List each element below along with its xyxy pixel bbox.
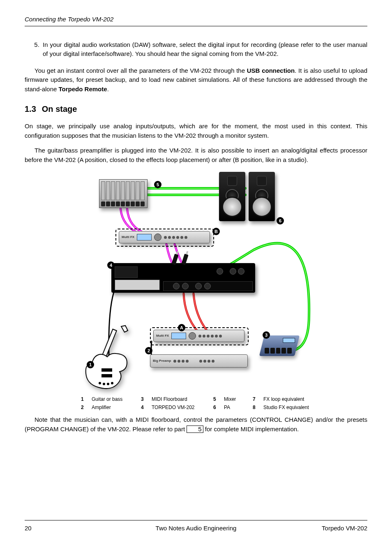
legend-key: 2 [81, 404, 88, 411]
torpedo-vm202 [111, 263, 255, 293]
section-heading: 1.3On stage [25, 103, 367, 115]
svg-rect-1 [101, 368, 112, 372]
footer-center: Two Notes Audio Engineering [25, 524, 367, 533]
legend-key: 3 [141, 395, 148, 403]
marker-2: 2 [145, 347, 152, 354]
svg-rect-2 [101, 374, 112, 377]
step-list: In your digital audio workstation (DAW) … [25, 40, 367, 59]
legend-val: FX loop equivalent [263, 395, 325, 403]
legend-key: 4 [141, 404, 148, 411]
multi-fx-b: Multi FX [119, 231, 210, 243]
svg-point-3 [99, 382, 101, 384]
paragraph-stage-2: The guitar/bass preamplifier is plugged … [25, 146, 367, 164]
multi-fx-a: Multi FX [153, 330, 244, 342]
diagram-legend: 1 Guitar or bass 3 MIDI Floorboard 5 Mix… [81, 395, 311, 411]
step-5: In your digital audio workstation (DAW) … [41, 40, 367, 59]
guitar-icon [83, 325, 137, 391]
pa-speaker-left [219, 172, 245, 221]
marker-6: 6 [277, 217, 284, 224]
rack-label: Big Preamp [153, 358, 171, 363]
section-number: 1.3 [25, 104, 36, 113]
rack-label: Multi FX [122, 235, 134, 240]
section-title: On stage [42, 104, 77, 113]
footer-rule [25, 520, 367, 520]
marker-b: B [212, 228, 220, 235]
legend-val: Guitar or bass [92, 395, 137, 403]
pa-speaker-right [249, 172, 275, 221]
legend-key: 1 [81, 395, 88, 403]
running-header: Connecting the Torpedo VM-202 [25, 15, 367, 26]
cross-ref[interactable]: 5 [187, 426, 203, 433]
marker-1: 1 [87, 361, 94, 368]
marker-4: 4 [107, 261, 115, 269]
mixer [99, 179, 148, 208]
bold-remote: Torpedo Remote [59, 86, 107, 92]
paragraph-usb: You get an instant control over all the … [25, 66, 367, 94]
marker-a: A [178, 324, 185, 331]
text: for complete MIDI implementation. [203, 426, 299, 432]
rack-label: Multi FX [156, 333, 169, 338]
legend-key: 7 [253, 395, 259, 403]
preamp: Big Preamp [150, 354, 248, 368]
connection-diagram: Multi FX Multi FX [81, 172, 311, 411]
paragraph-midi-note: Note that the musician can, with a MIDI … [25, 415, 367, 434]
text: . [107, 86, 109, 92]
legend-key: 8 [253, 404, 259, 411]
marker-5: 5 [154, 181, 161, 188]
text: You get an instant control over all the … [35, 67, 247, 74]
svg-point-6 [111, 382, 113, 384]
page-footer: 20 Two Notes Audio Engineering Torpedo V… [25, 524, 367, 533]
svg-point-5 [107, 383, 109, 385]
legend-val: Amplifier [92, 404, 137, 411]
svg-point-4 [103, 383, 105, 385]
bold-usb: USB connection [247, 67, 295, 74]
legend-val: Studio FX equivalent [263, 404, 325, 411]
marker-3: 3 [263, 331, 270, 339]
legend-key: 6 [213, 404, 220, 411]
legend-val: MIDI Floorboard [152, 395, 209, 403]
legend-val: PA [224, 404, 249, 411]
legend-val: TORPEDO VM-202 [152, 404, 209, 411]
legend-key: 5 [213, 395, 220, 403]
paragraph-stage-1: On stage, we principally use analog inpu… [25, 122, 367, 140]
legend-val: Mixer [224, 395, 249, 403]
